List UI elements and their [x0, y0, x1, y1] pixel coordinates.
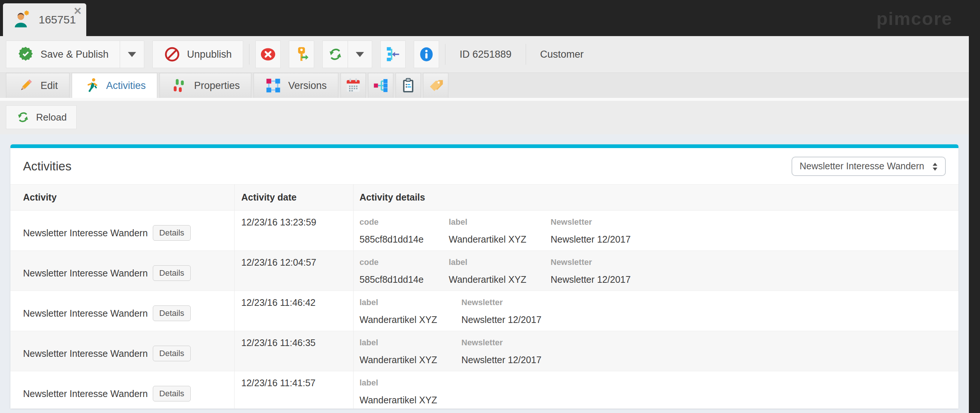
object-tab-title: 165751 — [39, 13, 76, 26]
tab-notes-events[interactable] — [396, 73, 421, 98]
activity-cell: Newsletter Interesse Wandern Details — [10, 251, 234, 290]
detail-field-value: 585cf8d1dd14e — [360, 233, 449, 246]
detail-field-value: Wanderartikel XYZ — [360, 353, 461, 367]
tab-properties[interactable]: Properties — [159, 73, 251, 98]
detail-field-newsletter: NewsletterNewsletter 12/2017 — [550, 215, 630, 250]
activity-cell: Newsletter Interesse Wandern Details — [10, 291, 234, 331]
activity-name: Newsletter Interesse Wandern — [23, 306, 148, 320]
detail-field-key: code — [360, 256, 449, 269]
column-header-activity-details: Activity details — [353, 185, 958, 210]
versions-icon — [265, 77, 282, 94]
tab-activities[interactable]: Activities — [72, 73, 158, 98]
detail-field-key: label — [360, 296, 461, 309]
key-icon — [293, 46, 310, 62]
unpublish-label: Unpublish — [187, 49, 232, 60]
detail-field-newsletter: NewsletterNewsletter 12/2017 — [461, 336, 541, 371]
activity-filter-select[interactable]: Newsletter Interesse Wandern — [792, 157, 946, 176]
activity-cell: Newsletter Interesse Wandern Details — [10, 372, 234, 408]
activity-name: Newsletter Interesse Wandern — [23, 347, 148, 360]
locate-in-tree-button[interactable] — [380, 41, 406, 68]
object-toolbar: Save & Publish Unpublish — [0, 36, 980, 73]
save-options-caret-button[interactable] — [120, 41, 144, 68]
toolbar-divider — [445, 44, 445, 65]
details-button[interactable]: Details — [153, 225, 190, 241]
activity-cell: Newsletter Interesse Wandern Details — [10, 331, 234, 371]
save-publish-label: Save & Publish — [41, 49, 108, 60]
activity-filter-value: Newsletter Interesse Wandern — [800, 161, 924, 172]
pencil-icon — [18, 77, 34, 94]
activity-name: Newsletter Interesse Wandern — [23, 226, 148, 239]
activities-table-body: Newsletter Interesse Wandern Details 12/… — [10, 210, 958, 408]
table-row: Newsletter Interesse Wandern Details 12/… — [10, 291, 958, 331]
delete-button[interactable] — [255, 41, 281, 68]
detail-field-key: label — [360, 376, 461, 389]
table-row: Newsletter Interesse Wandern Details 12/… — [10, 251, 958, 291]
activity-details-fields: labelWanderartikel XYZ — [353, 372, 958, 408]
object-type-label: Customer — [532, 49, 592, 60]
right-edge-strip — [969, 0, 980, 413]
activity-date-cell: 12/23/16 13:23:59 — [234, 210, 353, 250]
details-button[interactable]: Details — [153, 265, 190, 281]
detail-field-code: code585cf8d1dd14e — [360, 215, 449, 250]
rename-key-button[interactable] — [289, 41, 314, 68]
unpublish-button[interactable]: Unpublish — [153, 41, 243, 68]
tab-dependencies[interactable] — [368, 73, 393, 98]
save-publish-button[interactable]: Save & Publish — [6, 41, 120, 68]
tab-edit[interactable]: Edit — [6, 73, 70, 98]
tree-locate-icon — [385, 46, 401, 62]
activity-date-cell: 12/23/16 11:46:42 — [234, 291, 353, 331]
detail-field-value: Wanderartikel XYZ — [449, 273, 550, 286]
running-icon — [83, 77, 100, 94]
details-button[interactable]: Details — [153, 346, 190, 361]
reload-label: Reload — [36, 112, 67, 123]
info-icon — [418, 46, 434, 62]
detail-field-newsletter: NewsletterNewsletter 12/2017 — [461, 296, 541, 331]
detail-field-key: label — [449, 215, 550, 229]
detail-field-value: Newsletter 12/2017 — [550, 233, 630, 246]
detail-field-value: Newsletter 12/2017 — [461, 353, 541, 367]
activity-date: 12/23/16 11:46:35 — [241, 331, 353, 349]
detail-field-value: Newsletter 12/2017 — [550, 273, 630, 286]
close-tab-icon[interactable]: ✕ — [73, 6, 82, 16]
activity-cell: Newsletter Interesse Wandern Details — [10, 210, 234, 250]
detail-field-label: labelWanderartikel XYZ — [360, 336, 461, 371]
pimcore-logo: pimcore — [876, 8, 953, 29]
panel-title: Activities — [23, 159, 72, 174]
reload-object-button[interactable] — [322, 41, 348, 68]
detail-field-label: labelWanderartikel XYZ — [449, 256, 550, 290]
caret-down-icon — [353, 47, 367, 61]
tab-schedule[interactable] — [340, 73, 366, 98]
activity-details-fields: labelWanderartikel XYZNewsletterNewslett… — [353, 331, 958, 371]
details-button[interactable]: Details — [153, 306, 190, 321]
badge-check-icon — [18, 46, 34, 62]
activity-date: 12/23/16 11:46:42 — [241, 291, 353, 309]
detail-field-code: code585cf8d1dd14e — [360, 256, 449, 290]
activities-panel-header: Activities Newsletter Interesse Wandern — [10, 148, 958, 184]
detail-field-key: label — [449, 256, 550, 269]
activity-date-cell: 12/23/16 11:41:57 — [234, 372, 353, 408]
delete-icon — [260, 46, 276, 62]
tab-tags[interactable] — [423, 73, 449, 98]
content-area: Activities Newsletter Interesse Wandern … — [0, 134, 980, 413]
toolbar-divider — [526, 44, 526, 65]
detail-field-newsletter: NewsletterNewsletter 12/2017 — [550, 256, 630, 290]
reload-button[interactable]: Reload — [6, 105, 76, 129]
clipboard-icon — [400, 77, 417, 94]
detail-field-value: Wanderartikel XYZ — [449, 233, 550, 246]
reload-options-caret-button[interactable] — [348, 41, 372, 68]
info-button[interactable] — [414, 41, 439, 68]
activities-toolbar: Reload — [0, 101, 980, 134]
tab-versions[interactable]: Versions — [253, 73, 338, 98]
calendar-icon — [345, 77, 361, 94]
activities-panel: Activities Newsletter Interesse Wandern … — [10, 144, 958, 408]
detail-field-value: 585cf8d1dd14e — [360, 273, 449, 286]
details-button[interactable]: Details — [153, 386, 190, 402]
activity-name: Newsletter Interesse Wandern — [23, 266, 148, 280]
activity-details-fields: code585cf8d1dd14elabelWanderartikel XYZN… — [353, 251, 958, 290]
table-row: Newsletter Interesse Wandern Details 12/… — [10, 331, 958, 372]
open-object-tab[interactable]: 165751 ✕ — [3, 3, 86, 36]
detail-field-label: labelWanderartikel XYZ — [360, 376, 461, 408]
detail-field-label: labelWanderartikel XYZ — [449, 215, 550, 250]
object-tabbar: Edit Activities Properties — [0, 73, 980, 98]
column-header-activity-date: Activity date — [234, 185, 353, 210]
